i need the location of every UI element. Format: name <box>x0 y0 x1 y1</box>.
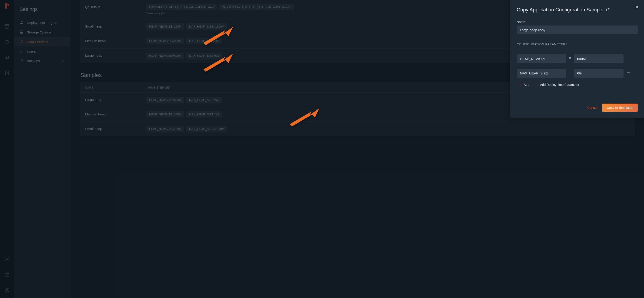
copy-config-panel: Copy Application Configuration Sample Na… <box>510 0 644 118</box>
name-label: Name* <box>517 20 638 24</box>
add-param-button[interactable]: +Add <box>520 83 530 86</box>
config-params-header: CONFIGURATION PARAMETERS <box>517 43 638 49</box>
panel-title: Copy Application Configuration Sample <box>517 7 638 13</box>
remove-param-button[interactable]: − <box>626 55 631 61</box>
param-key-input[interactable] <box>517 54 566 63</box>
external-link-icon[interactable] <box>606 8 610 12</box>
equals-sign: = <box>569 56 571 60</box>
param-row: = − <box>517 53 638 63</box>
param-key-input[interactable] <box>517 69 566 78</box>
equals-sign: = <box>569 70 571 74</box>
name-input[interactable] <box>517 26 638 34</box>
param-row: = − <box>517 67 638 78</box>
param-value-input[interactable] <box>574 54 624 63</box>
param-value-input[interactable] <box>574 69 624 78</box>
add-deploy-param-button[interactable]: +Add Deploy-time Parameter <box>536 83 580 86</box>
cancel-button[interactable]: Cancel <box>588 106 598 109</box>
remove-param-button[interactable]: − <box>626 69 631 75</box>
close-icon[interactable] <box>635 5 639 9</box>
copy-to-templates-button[interactable]: Copy to Templates <box>602 104 638 112</box>
